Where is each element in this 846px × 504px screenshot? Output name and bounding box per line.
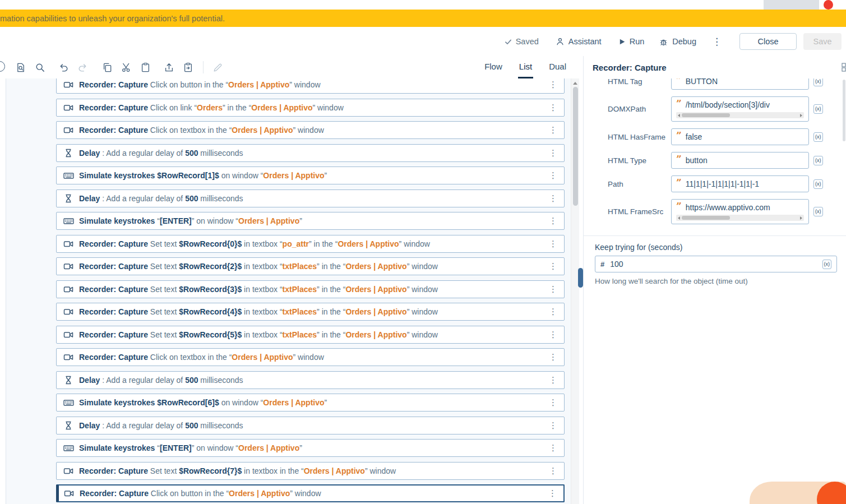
tab-dual[interactable]: Dual: [548, 56, 567, 78]
row-menu-kebab-icon[interactable]: ⋮: [544, 216, 557, 226]
insert-variable-button[interactable]: (x): [813, 179, 823, 189]
action-row[interactable]: Simulate keystrokes “[ENTER]” on window …: [56, 439, 565, 457]
hourglass-icon: [63, 193, 74, 204]
row-menu-kebab-icon[interactable]: ⋮: [544, 443, 557, 453]
action-row[interactable]: Delay : Add a regular delay of 500 milli…: [56, 144, 565, 162]
row-menu-kebab-icon[interactable]: ⋮: [544, 284, 557, 294]
property-value: https://www.apptivo.com: [686, 203, 770, 212]
row-menu-kebab-icon[interactable]: ⋮: [544, 103, 557, 113]
action-description: Recorder: Capture Set text $RowRecord{4}…: [79, 307, 544, 316]
action-row[interactable]: Recorder: Capture Set text $RowRecord{3}…: [56, 280, 565, 298]
keep-trying-input[interactable]: # 100 (x): [595, 256, 837, 272]
action-row[interactable]: Recorder: Capture Click on textbox in th…: [56, 348, 565, 366]
scrollbar-thumb[interactable]: [682, 216, 730, 220]
insert-variable-button[interactable]: (x): [813, 132, 823, 142]
debug-button[interactable]: Debug: [659, 37, 696, 47]
row-menu-kebab-icon[interactable]: ⋮: [544, 466, 557, 476]
action-row[interactable]: Recorder: Capture Set text $RowRecord{7}…: [56, 462, 565, 480]
action-row[interactable]: Simulate keystrokes $RowRecord[6]$ on wi…: [56, 394, 565, 411]
row-menu-kebab-icon[interactable]: ⋮: [544, 375, 557, 385]
row-menu-kebab-icon[interactable]: ⋮: [544, 330, 557, 340]
row-menu-kebab-icon[interactable]: ⋮: [544, 170, 557, 181]
quote-icon: ”: [676, 78, 682, 85]
action-row[interactable]: Simulate keystrokes “[ENTER]” on window …: [56, 212, 565, 230]
insert-variable-button[interactable]: (x): [813, 156, 823, 165]
row-menu-kebab-icon[interactable]: ⋮: [544, 239, 557, 249]
property-label: HTML FrameSrc: [608, 207, 671, 216]
search-icon[interactable]: [33, 60, 47, 75]
action-row[interactable]: Recorder: Capture Click on button in the…: [56, 78, 565, 94]
copy-icon[interactable]: [100, 60, 114, 75]
run-button[interactable]: Run: [618, 37, 645, 46]
insert-variable-button[interactable]: (x): [813, 104, 823, 114]
panel-grid-icon[interactable]: [842, 63, 846, 74]
horizontal-scrollbar[interactable]: [676, 215, 804, 221]
action-row[interactable]: Delay : Add a regular delay of 500 milli…: [56, 371, 565, 389]
paste-special-icon[interactable]: [181, 60, 195, 75]
property-value-input[interactable]: ”https://www.apptivo.com: [671, 199, 809, 224]
row-menu-kebab-icon[interactable]: ⋮: [544, 80, 557, 90]
scroll-left-icon[interactable]: [678, 216, 680, 220]
property-row: HTML Type”button(x): [608, 152, 846, 169]
find-in-document-icon[interactable]: [13, 60, 28, 75]
row-menu-kebab-icon[interactable]: ⋮: [544, 420, 557, 431]
row-menu-kebab-icon[interactable]: ⋮: [544, 307, 557, 317]
action-row[interactable]: Recorder: Capture Set text $RowRecord{4}…: [56, 303, 565, 321]
action-row[interactable]: Recorder: Capture Set text $RowRecord{0}…: [56, 235, 565, 253]
scroll-right-icon[interactable]: [800, 114, 802, 117]
property-value-input[interactable]: ”false: [671, 128, 809, 145]
insert-variable-button[interactable]: (x): [822, 260, 832, 269]
scroll-right-icon[interactable]: [800, 216, 802, 220]
scrollbar-thumb[interactable]: [573, 87, 578, 206]
property-value-input[interactable]: ”11|1|1|-1|1|1|1|-1|1|-1: [671, 175, 809, 192]
more-options-kebab-icon[interactable]: ⋮: [712, 36, 722, 47]
action-description: Recorder: Capture Set text $RowRecord{2}…: [79, 262, 544, 271]
action-row[interactable]: Recorder: Capture Click on link “Orders”…: [56, 99, 565, 117]
row-menu-kebab-icon[interactable]: ⋮: [544, 261, 557, 271]
tab-flow[interactable]: Flow: [483, 56, 503, 78]
row-menu-kebab-icon[interactable]: ⋮: [544, 125, 557, 135]
insert-variable-button[interactable]: (x): [813, 207, 823, 216]
scroll-up-icon[interactable]: [573, 82, 577, 85]
property-value-input[interactable]: ”button: [671, 152, 809, 169]
paste-icon[interactable]: [138, 60, 152, 75]
close-button[interactable]: Close: [739, 33, 797, 50]
quote-icon: ”: [676, 99, 682, 108]
scroll-left-icon[interactable]: [678, 114, 680, 117]
property-value: button: [686, 156, 708, 165]
cut-icon[interactable]: [119, 60, 133, 75]
row-menu-kebab-icon[interactable]: ⋮: [544, 397, 557, 408]
property-value-input[interactable]: ”BUTTON: [671, 78, 809, 90]
row-menu-kebab-icon[interactable]: ⋮: [544, 352, 557, 362]
scrollbar-thumb[interactable]: [682, 113, 730, 117]
quote-icon: ”: [676, 201, 682, 211]
tab-list[interactable]: List: [518, 56, 533, 78]
action-row[interactable]: Simulate keystrokes $RowRecord[1]$ on wi…: [56, 167, 565, 184]
property-value-input[interactable]: ”/html/body/section[3]/div: [671, 96, 809, 122]
number-type-icon: #: [600, 260, 604, 269]
row-menu-kebab-icon[interactable]: ⋮: [544, 148, 557, 158]
undo-icon[interactable]: [56, 60, 71, 75]
insert-variable-button[interactable]: (x): [813, 78, 823, 86]
action-row[interactable]: Recorder: Capture Click on textbox in th…: [56, 121, 565, 139]
row-menu-kebab-icon[interactable]: ⋮: [544, 193, 557, 204]
row-menu-kebab-icon[interactable]: ⋮: [544, 488, 557, 498]
property-row: DOMXPath”/html/body/section[3]/div(x): [608, 96, 846, 122]
action-row[interactable]: Delay : Add a regular delay of 500 milli…: [56, 417, 565, 434]
property-label: HTML Tag: [608, 78, 671, 86]
keep-trying-help: How long we'll search for the object (ti…: [595, 277, 835, 285]
panel-scrollbar[interactable]: [843, 80, 845, 141]
action-row[interactable]: Recorder: Capture Set text $RowRecord{5}…: [56, 326, 565, 344]
share-upload-icon[interactable]: [161, 60, 176, 75]
assistant-button[interactable]: Assistant: [556, 37, 602, 46]
panel-splitter-handle[interactable]: [578, 268, 583, 288]
quote-icon: ”: [676, 178, 682, 187]
action-row[interactable]: Recorder: Capture Set text $RowRecord{2}…: [56, 257, 565, 275]
camera-icon: [63, 307, 74, 317]
action-row[interactable]: Recorder: Capture Click on button in the…: [56, 484, 565, 502]
debug-label: Debug: [672, 37, 696, 46]
list-scrollbar[interactable]: [571, 78, 579, 504]
action-row[interactable]: Delay : Add a regular delay of 500 milli…: [56, 189, 565, 207]
horizontal-scrollbar[interactable]: [676, 112, 804, 118]
action-description: Simulate keystrokes “[ENTER]” on window …: [79, 216, 544, 225]
